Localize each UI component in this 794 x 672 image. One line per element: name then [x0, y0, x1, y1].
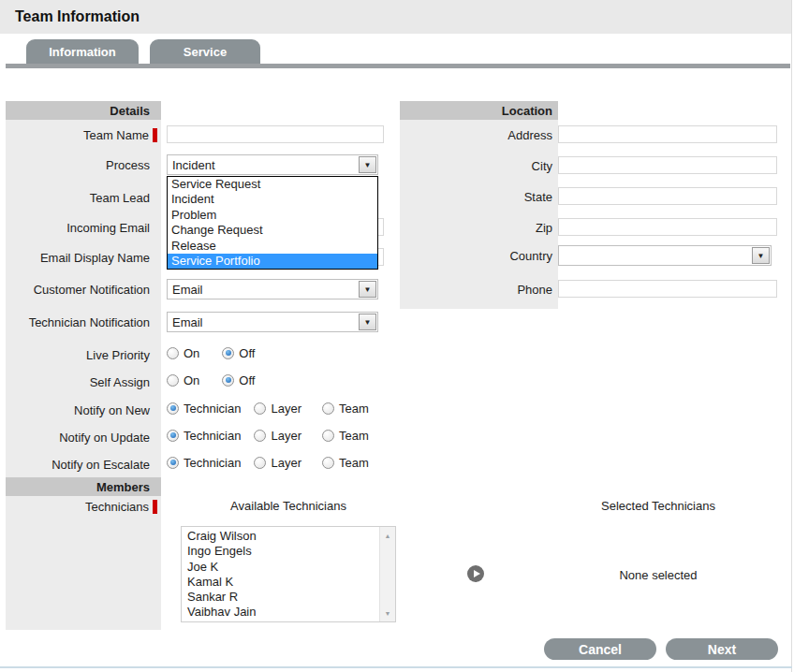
team-name-label: Team Name	[6, 125, 161, 144]
city-label: City	[400, 156, 558, 175]
cancel-button[interactable]: Cancel	[544, 638, 656, 660]
dropdown-arrow-icon[interactable]: ▼	[752, 247, 770, 264]
page-title: Team Information	[15, 8, 140, 25]
team-information-window: Team Information Information Service Det…	[0, 0, 794, 672]
available-technicians-listbox[interactable]: Craig Wilson Ingo Engels Joe K Kamal K S…	[181, 526, 396, 622]
phone-label: Phone	[400, 280, 558, 299]
content-right-border	[791, 0, 792, 672]
team-lead-label: Team Lead	[6, 188, 161, 207]
state-label: State	[400, 187, 558, 206]
available-technicians-title: Available Technicians	[181, 499, 396, 513]
process-label: Process	[6, 155, 161, 174]
address-label: Address	[400, 125, 558, 144]
incoming-email-label: Incoming Email	[6, 218, 161, 237]
self-assign-radio-group: On Off	[167, 373, 255, 387]
scroll-up-icon[interactable]: ▲	[380, 529, 395, 542]
team-name-input[interactable]	[167, 125, 384, 143]
notify-on-update-radio-group: Technician Layer Team	[167, 428, 369, 443]
required-icon	[153, 500, 157, 514]
dropdown-arrow-icon[interactable]: ▼	[359, 156, 376, 173]
zip-input[interactable]	[558, 218, 777, 236]
scroll-down-icon[interactable]: ▼	[380, 606, 395, 620]
technician-list-item[interactable]: Craig Wilson	[187, 529, 379, 544]
technician-list-item[interactable]: Ingo Engels	[187, 544, 379, 559]
right-arrow-icon	[474, 570, 480, 577]
technician-list-item[interactable]: Joe K	[187, 560, 379, 575]
self-assign-off-radio[interactable]	[222, 374, 234, 387]
live-priority-label: Live Priority	[6, 345, 161, 364]
notify-on-escalate-technician-radio[interactable]	[167, 457, 179, 469]
members-section-header: Members	[6, 477, 161, 496]
customer-notification-label: Customer Notification	[6, 280, 161, 299]
selected-technicians-title: Selected Technicians	[546, 499, 771, 513]
next-button[interactable]: Next	[666, 638, 778, 660]
live-priority-radio-group: On Off	[167, 345, 255, 360]
notify-on-update-layer-radio[interactable]	[254, 430, 266, 442]
process-option-highlighted[interactable]: Service Portfolio	[168, 254, 377, 269]
notify-on-escalate-layer-radio[interactable]	[254, 457, 266, 469]
window-titlebar: Team Information	[0, 0, 791, 34]
state-input[interactable]	[558, 187, 777, 205]
technicians-label: Technicians	[6, 497, 161, 516]
details-section-header: Details	[6, 101, 161, 120]
location-section-header: Location	[400, 101, 558, 120]
self-assign-label: Self Assign	[6, 373, 161, 391]
email-display-name-label: Email Display Name	[6, 248, 161, 267]
country-select[interactable]: ▼	[558, 245, 772, 266]
phone-input[interactable]	[558, 280, 777, 298]
technician-notification-select[interactable]: Email ▼	[167, 312, 378, 332]
required-icon	[153, 128, 157, 142]
tab-information[interactable]: Information	[26, 39, 139, 65]
notify-on-new-label: Notify on New	[6, 401, 161, 419]
notify-on-update-team-radio[interactable]	[322, 430, 334, 442]
address-input[interactable]	[558, 125, 777, 143]
notify-on-new-team-radio[interactable]	[322, 402, 334, 415]
content-bottom-border	[0, 666, 792, 668]
tab-service[interactable]: Service	[150, 39, 260, 65]
process-option[interactable]: Problem	[168, 208, 377, 223]
selected-technicians-empty-text: None selected	[546, 568, 771, 582]
technician-list-item[interactable]: Sankar R	[187, 590, 379, 605]
process-option[interactable]: Release	[168, 239, 377, 254]
notify-on-new-layer-radio[interactable]	[254, 402, 266, 415]
process-option[interactable]: Incident	[168, 192, 377, 207]
notify-on-new-technician-radio[interactable]	[167, 402, 179, 415]
listbox-scrollbar[interactable]: ▲ ▼	[379, 527, 395, 621]
country-label: Country	[400, 246, 558, 265]
notify-on-escalate-team-radio[interactable]	[322, 457, 334, 469]
add-technician-button[interactable]	[467, 565, 484, 582]
dropdown-arrow-icon[interactable]: ▼	[359, 314, 376, 330]
members-label-column	[6, 496, 161, 630]
zip-label: Zip	[400, 218, 558, 237]
notify-on-new-radio-group: Technician Layer Team	[167, 401, 369, 416]
live-priority-on-radio[interactable]	[167, 347, 179, 359]
notify-on-update-technician-radio[interactable]	[167, 430, 179, 442]
notify-on-escalate-label: Notify on Escalate	[6, 455, 161, 474]
live-priority-off-radio[interactable]	[222, 347, 234, 359]
tab-information-label: Information	[49, 45, 116, 59]
notify-on-update-label: Notify on Update	[6, 428, 161, 446]
technician-list-item[interactable]: Kamal K	[187, 575, 379, 590]
process-dropdown-list: Service Request Incident Problem Change …	[167, 176, 378, 270]
notify-on-escalate-radio-group: Technician Layer Team	[167, 455, 369, 470]
tab-underline-bar	[6, 64, 790, 68]
technician-notification-label: Technician Notification	[6, 313, 161, 331]
self-assign-on-radio[interactable]	[167, 374, 179, 387]
dropdown-arrow-icon[interactable]: ▼	[359, 281, 376, 298]
process-option[interactable]: Service Request	[168, 177, 377, 192]
city-input[interactable]	[558, 156, 777, 174]
tab-service-label: Service	[184, 45, 227, 59]
technician-list-item[interactable]: Vaibhav Jain	[187, 605, 379, 620]
process-option[interactable]: Change Request	[168, 223, 377, 238]
process-select[interactable]: Incident ▼	[167, 154, 378, 175]
customer-notification-select[interactable]: Email ▼	[167, 279, 378, 299]
